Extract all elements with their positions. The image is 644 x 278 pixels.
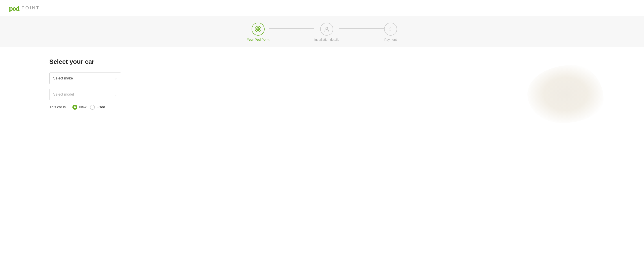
select-make-label: Select make <box>53 76 73 80</box>
radio-used-label: Used <box>97 105 105 109</box>
step-your-pod-point[interactable]: Your Pod Point <box>247 23 269 41</box>
step-3-circle: £ <box>384 23 397 36</box>
connector-2-3 <box>339 28 384 29</box>
svg-point-3 <box>258 27 258 28</box>
svg-point-8 <box>326 27 328 29</box>
chevron-down-icon: ⌄ <box>114 77 117 80</box>
radio-new-inner <box>74 106 76 108</box>
radio-new[interactable]: New <box>72 105 86 110</box>
step-2-circle <box>320 23 333 36</box>
logo: pod POINT <box>9 4 635 12</box>
chevron-down-icon-2: ⌄ <box>114 93 117 96</box>
connector-1-2 <box>269 28 314 29</box>
select-model-dropdown[interactable]: Select model ⌄ <box>49 89 121 100</box>
step-installation-details[interactable]: Installation details <box>314 23 339 41</box>
svg-point-2 <box>256 27 260 31</box>
radio-used[interactable]: Used <box>90 105 105 110</box>
section-title: Select your car <box>49 58 644 65</box>
select-model-label: Select model <box>53 92 74 97</box>
pound-step-icon: £ <box>388 26 394 32</box>
person-step-icon <box>324 26 330 32</box>
step-3-label: Payment <box>384 38 397 41</box>
radio-new-label: New <box>79 105 86 109</box>
step-payment[interactable]: £ Payment <box>384 23 397 41</box>
svg-point-7 <box>258 29 259 30</box>
step-1-label: Your Pod Point <box>247 38 269 41</box>
step-2-label: Installation details <box>314 38 339 41</box>
step-1-circle <box>252 23 264 36</box>
radio-group: New Used <box>72 105 105 110</box>
select-make-dropdown[interactable]: Select make ⌄ <box>49 73 121 84</box>
pod-logo-icon: pod <box>9 4 20 12</box>
svg-point-6 <box>259 29 260 29</box>
car-condition-label: This car is: <box>49 105 66 109</box>
logo-point-text: POINT <box>22 5 40 10</box>
pod-point-step-icon <box>254 25 262 33</box>
svg-point-1 <box>255 26 261 32</box>
progress-steps: Your Pod Point Installation details £ <box>232 23 412 41</box>
main-content: Select your car Select make ⌄ Select mod… <box>0 47 644 181</box>
svg-point-4 <box>258 30 258 31</box>
svg-text:£: £ <box>389 27 391 31</box>
radio-used-circle <box>90 105 95 110</box>
svg-point-5 <box>256 29 257 29</box>
radio-new-circle <box>72 105 77 110</box>
progress-section: Your Pod Point Installation details £ <box>0 16 644 47</box>
header: pod POINT <box>0 0 644 16</box>
svg-text:pod: pod <box>9 4 20 12</box>
